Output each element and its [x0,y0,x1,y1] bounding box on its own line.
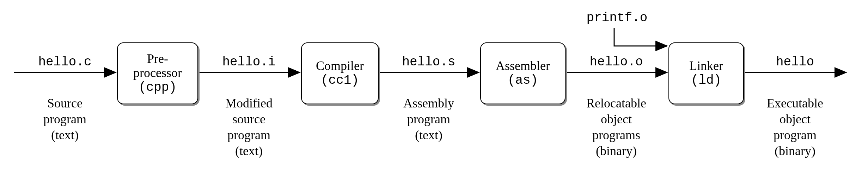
stage-title: Assembler [481,59,565,73]
stage-preprocessor: Pre- processor (cpp) [117,42,198,104]
file-hello-o: hello.o [566,55,667,69]
stage-title: Compiler [302,59,378,73]
desc-executable: Executable object program (binary) [744,95,846,159]
stage-tool: (cpp) [118,80,197,95]
file-hello-i: hello.i [198,55,300,69]
desc-relocatable: Relocatable object programs (binary) [566,95,667,159]
stage-tool: (ld) [669,73,743,88]
desc-source: Source program (text) [14,95,116,143]
file-hello: hello [744,55,846,69]
file-printf-o: printf.o [571,11,663,25]
stage-assembler: Assembler (as) [480,42,566,104]
stage-title: Linker [669,59,743,73]
file-hello-s: hello.s [379,55,479,69]
stage-tool: (as) [481,73,565,88]
desc-modified: Modified source program (text) [198,95,300,159]
stage-linker: Linker (ld) [668,42,744,104]
stage-tool: (cc1) [302,73,378,88]
stage-compiler: Compiler (cc1) [301,42,379,104]
file-hello-c: hello.c [14,55,116,69]
stage-title: Pre- processor [118,52,197,80]
desc-assembly: Assembly program (text) [379,95,479,143]
